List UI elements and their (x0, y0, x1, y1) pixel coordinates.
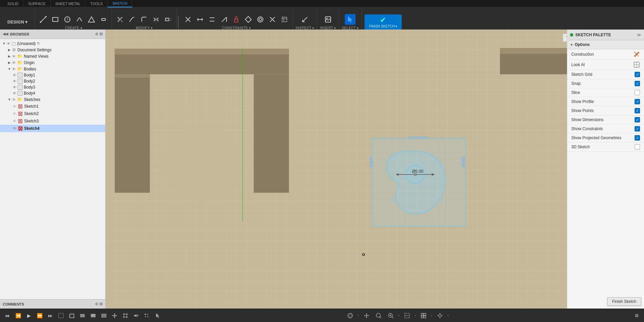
select-tool[interactable] (345, 14, 356, 25)
solid-view-icon[interactable] (78, 311, 87, 320)
construction-toggle-icon[interactable] (633, 51, 640, 58)
snap-checkbox[interactable] (635, 81, 640, 86)
align-icon[interactable] (131, 311, 141, 320)
spline-tool[interactable] (74, 14, 85, 25)
explode-icon[interactable] (121, 311, 130, 320)
cursor-icon[interactable] (153, 311, 162, 320)
wireframe-icon[interactable] (67, 311, 76, 320)
slice-checkbox[interactable] (635, 90, 640, 95)
offset-tool[interactable] (163, 14, 174, 25)
fillet-tool[interactable] (139, 14, 149, 25)
circle-tool[interactable] (62, 14, 73, 25)
svg-rect-92 (136, 314, 138, 317)
show-projected-checkbox[interactable] (635, 135, 640, 141)
palette-row-show-constraints[interactable]: Show Constraints (567, 124, 644, 133)
palette-row-snap[interactable]: Snap (567, 79, 644, 88)
settings-gear-icon[interactable]: ⚙ (632, 311, 641, 320)
show-points-checkbox[interactable] (635, 108, 640, 113)
browser-search-icon[interactable]: ⊙ (95, 32, 98, 36)
parallel-constraint[interactable] (207, 14, 217, 25)
grid-icon[interactable] (419, 311, 428, 320)
tree-item-body3[interactable]: 👁 □ Body3 (0, 84, 105, 90)
orbit-icon[interactable] (345, 311, 355, 320)
palette-row-show-dimensions[interactable]: Show Dimensions (567, 115, 644, 124)
tree-item-document-settings[interactable]: ▶ ⚙ Document Settings (0, 47, 105, 53)
extend-tool[interactable] (127, 14, 137, 25)
trim-tool[interactable] (115, 14, 125, 25)
zoom-window-icon[interactable] (386, 311, 395, 320)
palette-row-show-projected[interactable]: Show Projected Geometries (567, 133, 644, 143)
look-at-icon[interactable] (633, 61, 640, 68)
anim-end-icon[interactable]: ⏭ (46, 311, 55, 320)
select-box-icon[interactable] (56, 311, 66, 320)
tab-sheet-metal[interactable]: SHEET METAL (51, 0, 85, 7)
tab-tools[interactable]: TOOLS (85, 0, 108, 7)
tree-item-body2[interactable]: 👁 □ Body2 (0, 78, 105, 84)
display-settings-icon[interactable] (435, 311, 445, 320)
left-panel: ◀◀ BROWSER ⊙ ⊟ ▼ 👁 ▢ (Unsaved) ↻ ▶ ⚙ Doc… (0, 30, 106, 309)
hidden-line-icon[interactable] (99, 311, 109, 320)
palette-row-3d-sketch[interactable]: 3D Sketch (567, 143, 644, 152)
lock-constraint[interactable] (231, 14, 242, 25)
eye-sketch3: 👁 (13, 119, 16, 123)
tree-item-body4[interactable]: 👁 □ Body4 (0, 90, 105, 96)
tree-item-sketch3[interactable]: 👁 ⊠ Sketch3 (0, 117, 105, 125)
palette-options-header[interactable]: ▼ Options (567, 40, 644, 49)
tab-sketch[interactable]: SKETCH (108, 0, 132, 7)
palette-row-construction[interactable]: Construction (567, 49, 644, 60)
zoom-icon[interactable] (374, 311, 383, 320)
collinear-constraint[interactable] (195, 14, 205, 25)
rectangle-tool[interactable] (50, 14, 61, 25)
anim-next-icon[interactable]: ⏩ (35, 311, 44, 320)
view-select-icon[interactable] (402, 311, 412, 320)
show-dimensions-checkbox[interactable] (635, 117, 640, 122)
tree-item-body1[interactable]: 👁 □ Body1 (0, 72, 105, 78)
tree-item-sketches[interactable]: ▼ 👁 📁 Sketches (0, 96, 105, 103)
tree-item-named-views[interactable]: ▶ 👁 📁 Named Views (0, 53, 105, 59)
sketch-grid-checkbox[interactable] (635, 72, 640, 77)
move-icon[interactable] (110, 311, 119, 320)
comments-collapse-icon[interactable]: ⊟ (100, 302, 103, 306)
palette-row-slice[interactable]: Slice (567, 88, 644, 97)
comments-add-icon[interactable]: ⊙ (95, 302, 98, 306)
mirror-tool[interactable] (151, 14, 162, 25)
perpendicular-constraint[interactable] (219, 14, 230, 25)
slot-tool[interactable] (98, 14, 109, 25)
palette-row-show-points[interactable]: Show Points (567, 106, 644, 115)
polygon-tool[interactable] (86, 14, 97, 25)
insert-image-tool[interactable] (323, 14, 333, 25)
coincident-constraint[interactable] (183, 14, 193, 25)
browser-collapse-icon[interactable]: ◀◀ (3, 32, 8, 36)
palette-row-show-profile[interactable]: Show Profile (567, 97, 644, 106)
grid-snap-icon[interactable] (142, 311, 151, 320)
symmetric-constraint[interactable] (267, 14, 278, 25)
tree-item-origin[interactable]: ▶ 👁 📁 Origin (0, 59, 105, 66)
show-profile-checkbox[interactable] (635, 99, 640, 104)
tree-item-root[interactable]: ▼ 👁 ▢ (Unsaved) ↻ (0, 40, 105, 47)
tree-item-sketch2[interactable]: 👁 ⊠ Sketch2 (0, 110, 105, 117)
tree-item-bodies[interactable]: ▼ 👁 📁 Bodies (0, 66, 105, 72)
3d-sketch-checkbox[interactable] (635, 144, 640, 150)
tree-item-sketch1[interactable]: 👁 ⊠ Sketch1 (0, 103, 105, 110)
palette-finish-sketch-button[interactable]: Finish Sketch (607, 297, 641, 306)
shaded-icon[interactable] (88, 311, 98, 320)
tree-item-sketch4[interactable]: 👁 ⊠ Sketch4 (0, 125, 105, 132)
browser-menu-icon[interactable]: ⊟ (100, 32, 103, 36)
tab-solid[interactable]: SOLID (3, 0, 23, 7)
concentric-constraint[interactable] (255, 14, 266, 25)
measure-tool[interactable] (300, 14, 310, 25)
anim-play-icon[interactable]: ▶ (24, 311, 34, 320)
svg-rect-113 (421, 316, 423, 318)
line-tool[interactable] (38, 14, 49, 25)
tab-surface[interactable]: SURFACE (23, 0, 51, 7)
palette-row-sketch-grid[interactable]: Sketch Grid (567, 70, 644, 79)
project-geometry[interactable] (279, 14, 290, 25)
palette-row-look-at[interactable]: Look At (567, 60, 644, 70)
equal-constraint[interactable] (243, 14, 254, 25)
pan-icon[interactable] (362, 311, 371, 320)
anim-start-icon[interactable]: ⏮ (3, 311, 12, 320)
palette-collapse-button[interactable]: ≫ (637, 33, 641, 37)
finish-sketch-button[interactable]: ✔ FINISH SKETCH ▾ (365, 14, 402, 30)
anim-prev-icon[interactable]: ⏪ (13, 311, 23, 320)
show-constraints-checkbox[interactable] (635, 126, 640, 131)
